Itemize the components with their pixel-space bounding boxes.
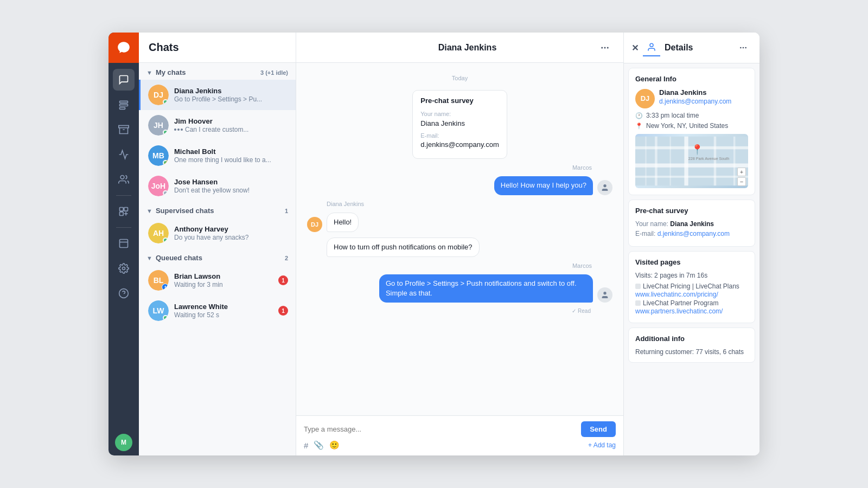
page-2-link[interactable]: www.partners.livechatinc.com/ (635, 307, 748, 315)
reports-icon (118, 149, 129, 160)
survey-email-value: d.jenkins@company.com (420, 140, 499, 150)
svg-text:228 Park Avenue South: 228 Park Avenue South (688, 156, 730, 161)
message-input[interactable] (304, 423, 577, 435)
nav-item-chats[interactable] (113, 69, 135, 91)
local-time-row: 🕐 3:33 pm local time (635, 112, 748, 119)
profile-tab-button[interactable] (643, 39, 660, 56)
msg-row-agent-2: Go to Profile > Settings > Push notifica… (307, 274, 612, 303)
marcos-sender-1: Marcos (307, 164, 592, 171)
nav-item-tickets[interactable] (113, 94, 135, 115)
msg-bubble-customer-2: How to turn off push notifications on mo… (327, 237, 480, 257)
chat-header: Diana Jenkins (296, 33, 623, 63)
page-1-link[interactable]: www.livechatinc.com/pricing/ (635, 291, 748, 298)
my-chats-chevron: ▼ (146, 69, 152, 76)
svg-rect-2 (120, 107, 125, 109)
diana-status-indicator (163, 99, 168, 105)
queued-label: Queued chats (156, 254, 202, 262)
svg-rect-6 (120, 208, 124, 211)
pre-chat-email: E-mail: d.jenkins@company.com (635, 230, 748, 237)
panel-header: Chats (139, 33, 296, 63)
svg-rect-28 (635, 176, 748, 178)
chat-item-michael[interactable]: MB 👍 Michael Bolt One more thing I would… (139, 140, 296, 171)
page-2-icon (635, 300, 641, 306)
nav-item-team[interactable] (113, 169, 135, 190)
emoji-icon[interactable]: 🙂 (329, 440, 340, 450)
window-icon (118, 238, 129, 249)
input-toolbar: # 📎 🙂 + Add tag (304, 437, 616, 450)
date-divider: Today (307, 75, 612, 81)
svg-point-22 (740, 47, 742, 49)
nav-item-help[interactable] (113, 282, 135, 304)
pre-chat-title: Pre-chat survey (635, 207, 748, 215)
main-chat-area: Diana Jenkins Today Pre-chat survey Your… (296, 33, 624, 455)
jose-status-indicator (163, 190, 168, 196)
hashtag-icon[interactable]: # (304, 441, 308, 450)
chat-item-jim[interactable]: JH Jim Hoover Can I create custom... (139, 110, 296, 140)
tickets-icon (118, 99, 129, 110)
read-status: ✓ Read (307, 308, 591, 314)
supervised-badge: 1 (285, 208, 288, 214)
additional-info-title: Additional info (635, 335, 748, 343)
chat-item-lawrence[interactable]: LW Lawrence White Waiting for 52 s 1 (139, 296, 296, 326)
survey-name-value: Diana Jenkins (420, 119, 499, 129)
my-chats-section-header[interactable]: ▼ My chats 3 (+1 idle) (139, 63, 296, 80)
add-icon (118, 206, 129, 217)
nav-item-reports[interactable] (113, 144, 135, 165)
svg-rect-34 (669, 137, 671, 185)
brian-notification-badge: 1 (278, 275, 288, 285)
queued-chats-section-header[interactable]: ▼ Queued chats 2 (139, 248, 296, 265)
send-button[interactable]: Send (581, 421, 616, 437)
chat-item-diana[interactable]: DJ Diana Jenkins Go to Profile > Setting… (139, 80, 296, 110)
jose-name: Jose Hansen (174, 178, 288, 186)
jose-avatar: JoH (148, 176, 169, 196)
zoom-out-button[interactable]: − (737, 177, 746, 186)
add-tag-button[interactable]: + Add tag (588, 441, 616, 449)
location-row: 📍 New York, NY, United States (635, 122, 748, 130)
nav-item-settings[interactable] (113, 258, 135, 279)
chat-item-anthony[interactable]: AH Anthony Harvey Do you have any snacks… (139, 218, 296, 248)
chat-item-brian[interactable]: BL f Brian Lawson Waiting for 3 min 1 (139, 265, 296, 296)
svg-point-21 (650, 43, 653, 47)
svg-rect-29 (655, 137, 658, 185)
nav-item-window[interactable] (113, 233, 135, 254)
survey-email-field: E-mail: d.jenkins@company.com (420, 132, 499, 150)
agent-avatar-1 (597, 180, 612, 195)
archive-icon (118, 124, 129, 135)
lawrence-notification-badge: 1 (278, 306, 288, 316)
user-avatar[interactable]: M (115, 434, 132, 451)
supervised-chats-section-header[interactable]: ▼ Supervised chats 1 (139, 201, 296, 218)
chat-item-jose[interactable]: JoH Jose Hansen Don't eat the yellow sno… (139, 171, 296, 201)
svg-point-5 (120, 176, 124, 179)
nav-item-archive[interactable] (113, 119, 135, 140)
svg-point-19 (603, 184, 606, 187)
more-dots-icon (600, 43, 610, 53)
svg-rect-1 (120, 104, 128, 106)
zoom-in-button[interactable]: + (737, 168, 746, 176)
brian-avatar: BL f (148, 270, 169, 291)
msg-row-customer-1: DJ Hello! (307, 213, 612, 232)
team-icon (118, 174, 129, 185)
michael-chat-info: Michael Bolt One more thing I would like… (174, 147, 288, 164)
pre-chat-email-label: E-mail: (635, 230, 655, 237)
survey-name-label: Your name: (420, 110, 499, 118)
survey-title: Pre-chat survey (420, 96, 499, 106)
details-more-button[interactable] (735, 39, 752, 56)
svg-point-18 (607, 47, 609, 48)
page-1-icon (635, 284, 641, 289)
agent-avatar-icon-1 (601, 183, 609, 192)
jim-status-indicator (163, 130, 168, 135)
svg-point-23 (743, 47, 744, 49)
nav-item-add[interactable] (113, 201, 135, 222)
lawrence-status-indicator (163, 315, 168, 320)
queued-chevron: ▼ (146, 255, 152, 261)
more-options-button[interactable] (596, 39, 614, 56)
brian-name: Brian Lawson (174, 272, 278, 280)
diana-preview: Go to Profile > Settings > Pu... (174, 95, 288, 103)
map-zoom-controls: + − (737, 168, 746, 186)
close-details-button[interactable]: ✕ (631, 43, 639, 53)
location-text: New York, NY, United States (646, 122, 728, 130)
details-more-icon (739, 43, 748, 52)
survey-container: Pre-chat survey Your name: Diana Jenkins… (307, 90, 612, 159)
msg-bubble-agent-2: Go to Profile > Settings > Push notifica… (379, 274, 593, 303)
attachment-icon[interactable]: 📎 (314, 440, 324, 450)
